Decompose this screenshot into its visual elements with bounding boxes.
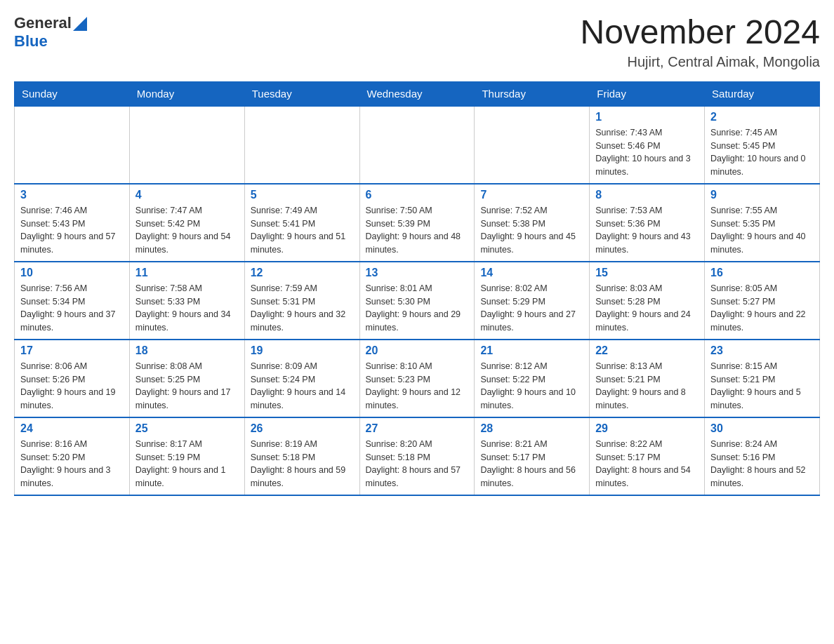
day-info: Sunrise: 8:10 AM Sunset: 5:23 PM Dayligh…: [366, 360, 469, 412]
calendar-cell: 11Sunrise: 7:58 AM Sunset: 5:33 PM Dayli…: [129, 262, 244, 340]
calendar-cell: 21Sunrise: 8:12 AM Sunset: 5:22 PM Dayli…: [475, 340, 590, 417]
day-number: 9: [710, 189, 814, 201]
day-number: 3: [20, 189, 124, 201]
calendar-cell: 7Sunrise: 7:52 AM Sunset: 5:38 PM Daylig…: [475, 184, 590, 262]
calendar-cell: [15, 106, 130, 184]
calendar-cell: 16Sunrise: 8:05 AM Sunset: 5:27 PM Dayli…: [705, 262, 820, 340]
day-number: 11: [135, 267, 239, 279]
calendar-week-row: 24Sunrise: 8:16 AM Sunset: 5:20 PM Dayli…: [15, 417, 820, 495]
day-info: Sunrise: 8:12 AM Sunset: 5:22 PM Dayligh…: [480, 360, 583, 412]
calendar-cell: 6Sunrise: 7:50 AM Sunset: 5:39 PM Daylig…: [359, 184, 475, 262]
day-info: Sunrise: 7:50 AM Sunset: 5:39 PM Dayligh…: [366, 204, 469, 257]
day-number: 26: [251, 422, 354, 435]
day-number: 15: [595, 267, 699, 279]
calendar-cell: 29Sunrise: 8:22 AM Sunset: 5:17 PM Dayli…: [590, 417, 705, 495]
calendar-cell: [359, 106, 475, 184]
calendar-cell: 15Sunrise: 8:03 AM Sunset: 5:28 PM Dayli…: [590, 262, 705, 340]
day-number: 7: [480, 189, 583, 201]
column-header-wednesday: Wednesday: [359, 81, 475, 106]
calendar-week-row: 3Sunrise: 7:46 AM Sunset: 5:43 PM Daylig…: [15, 184, 820, 262]
day-info: Sunrise: 8:16 AM Sunset: 5:20 PM Dayligh…: [20, 438, 124, 490]
day-info: Sunrise: 8:08 AM Sunset: 5:25 PM Dayligh…: [135, 360, 239, 412]
calendar-cell: 28Sunrise: 8:21 AM Sunset: 5:17 PM Dayli…: [475, 417, 590, 495]
day-number: 4: [135, 189, 239, 201]
day-info: Sunrise: 7:47 AM Sunset: 5:42 PM Dayligh…: [135, 204, 239, 257]
calendar-cell: 18Sunrise: 8:08 AM Sunset: 5:25 PM Dayli…: [129, 340, 244, 417]
column-header-sunday: Sunday: [15, 81, 130, 106]
calendar-cell: 2Sunrise: 7:45 AM Sunset: 5:45 PM Daylig…: [705, 106, 820, 184]
day-info: Sunrise: 7:52 AM Sunset: 5:38 PM Dayligh…: [480, 204, 583, 257]
day-info: Sunrise: 7:49 AM Sunset: 5:41 PM Dayligh…: [251, 204, 354, 257]
column-header-tuesday: Tuesday: [244, 81, 359, 106]
day-info: Sunrise: 8:02 AM Sunset: 5:29 PM Dayligh…: [480, 282, 583, 335]
day-number: 1: [595, 111, 699, 123]
day-number: 27: [366, 422, 469, 435]
day-info: Sunrise: 8:01 AM Sunset: 5:30 PM Dayligh…: [366, 282, 469, 335]
calendar-cell: 9Sunrise: 7:55 AM Sunset: 5:35 PM Daylig…: [705, 184, 820, 262]
day-number: 5: [251, 189, 354, 201]
calendar-cell: 24Sunrise: 8:16 AM Sunset: 5:20 PM Dayli…: [15, 417, 130, 495]
logo-triangle-icon: [73, 17, 87, 31]
day-info: Sunrise: 7:59 AM Sunset: 5:31 PM Dayligh…: [251, 282, 354, 335]
day-info: Sunrise: 8:19 AM Sunset: 5:18 PM Dayligh…: [251, 438, 354, 490]
day-number: 18: [135, 344, 239, 357]
day-number: 28: [480, 422, 583, 435]
day-number: 8: [595, 189, 699, 201]
day-info: Sunrise: 8:22 AM Sunset: 5:17 PM Dayligh…: [595, 438, 699, 490]
day-number: 30: [710, 422, 814, 435]
page-header: General Blue November 2024 Hujirt, Centr…: [14, 14, 820, 70]
day-number: 12: [251, 267, 354, 279]
day-number: 20: [366, 344, 469, 357]
column-header-thursday: Thursday: [475, 81, 590, 106]
calendar-cell: 4Sunrise: 7:47 AM Sunset: 5:42 PM Daylig…: [129, 184, 244, 262]
day-info: Sunrise: 8:03 AM Sunset: 5:28 PM Dayligh…: [595, 282, 699, 335]
day-info: Sunrise: 8:06 AM Sunset: 5:26 PM Dayligh…: [20, 360, 124, 412]
day-number: 25: [135, 422, 239, 435]
calendar-week-row: 17Sunrise: 8:06 AM Sunset: 5:26 PM Dayli…: [15, 340, 820, 417]
day-info: Sunrise: 8:05 AM Sunset: 5:27 PM Dayligh…: [710, 282, 814, 335]
calendar-cell: 20Sunrise: 8:10 AM Sunset: 5:23 PM Dayli…: [359, 340, 475, 417]
day-number: 6: [366, 189, 469, 201]
logo: General Blue: [14, 14, 87, 51]
calendar-cell: 25Sunrise: 8:17 AM Sunset: 5:19 PM Dayli…: [129, 417, 244, 495]
day-info: Sunrise: 7:45 AM Sunset: 5:45 PM Dayligh…: [710, 126, 814, 179]
calendar-header-row: SundayMondayTuesdayWednesdayThursdayFrid…: [15, 81, 820, 106]
month-title: November 2024: [580, 14, 820, 51]
day-info: Sunrise: 7:55 AM Sunset: 5:35 PM Dayligh…: [710, 204, 814, 257]
column-header-saturday: Saturday: [705, 81, 820, 106]
calendar-cell: 3Sunrise: 7:46 AM Sunset: 5:43 PM Daylig…: [15, 184, 130, 262]
day-info: Sunrise: 8:20 AM Sunset: 5:18 PM Dayligh…: [366, 438, 469, 490]
calendar-cell: 5Sunrise: 7:49 AM Sunset: 5:41 PM Daylig…: [244, 184, 359, 262]
location-subtitle: Hujirt, Central Aimak, Mongolia: [580, 54, 820, 70]
title-section: November 2024 Hujirt, Central Aimak, Mon…: [580, 14, 820, 70]
column-header-friday: Friday: [590, 81, 705, 106]
day-info: Sunrise: 7:53 AM Sunset: 5:36 PM Dayligh…: [595, 204, 699, 257]
calendar-table: SundayMondayTuesdayWednesdayThursdayFrid…: [14, 81, 820, 496]
day-info: Sunrise: 8:15 AM Sunset: 5:21 PM Dayligh…: [710, 360, 814, 412]
calendar-cell: 13Sunrise: 8:01 AM Sunset: 5:30 PM Dayli…: [359, 262, 475, 340]
calendar-cell: 17Sunrise: 8:06 AM Sunset: 5:26 PM Dayli…: [15, 340, 130, 417]
day-number: 19: [251, 344, 354, 357]
calendar-cell: [244, 106, 359, 184]
calendar-cell: 23Sunrise: 8:15 AM Sunset: 5:21 PM Dayli…: [705, 340, 820, 417]
svg-marker-0: [73, 17, 87, 31]
logo-blue-text: Blue: [14, 32, 48, 50]
day-info: Sunrise: 7:46 AM Sunset: 5:43 PM Dayligh…: [20, 204, 124, 257]
day-info: Sunrise: 7:58 AM Sunset: 5:33 PM Dayligh…: [135, 282, 239, 335]
day-info: Sunrise: 8:24 AM Sunset: 5:16 PM Dayligh…: [710, 438, 814, 490]
day-info: Sunrise: 8:21 AM Sunset: 5:17 PM Dayligh…: [480, 438, 583, 490]
calendar-cell: [475, 106, 590, 184]
day-number: 23: [710, 344, 814, 357]
calendar-cell: 19Sunrise: 8:09 AM Sunset: 5:24 PM Dayli…: [244, 340, 359, 417]
calendar-cell: 10Sunrise: 7:56 AM Sunset: 5:34 PM Dayli…: [15, 262, 130, 340]
day-info: Sunrise: 8:09 AM Sunset: 5:24 PM Dayligh…: [251, 360, 354, 412]
calendar-cell: 1Sunrise: 7:43 AM Sunset: 5:46 PM Daylig…: [590, 106, 705, 184]
day-info: Sunrise: 8:17 AM Sunset: 5:19 PM Dayligh…: [135, 438, 239, 490]
calendar-cell: 14Sunrise: 8:02 AM Sunset: 5:29 PM Dayli…: [475, 262, 590, 340]
day-number: 29: [595, 422, 699, 435]
calendar-cell: [129, 106, 244, 184]
calendar-cell: 12Sunrise: 7:59 AM Sunset: 5:31 PM Dayli…: [244, 262, 359, 340]
day-number: 24: [20, 422, 124, 435]
day-number: 14: [480, 267, 583, 279]
calendar-cell: 27Sunrise: 8:20 AM Sunset: 5:18 PM Dayli…: [359, 417, 475, 495]
